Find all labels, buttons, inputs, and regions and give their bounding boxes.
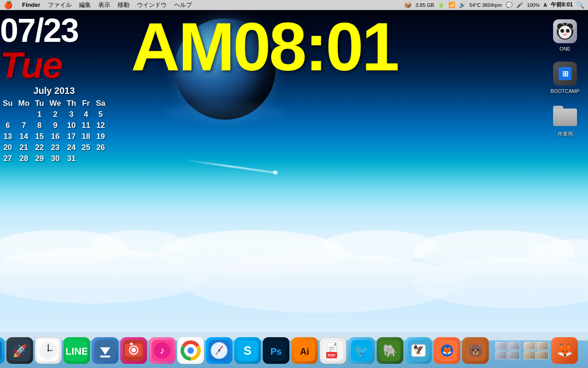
dock-rocket[interactable]: 🚀 bbox=[6, 337, 33, 364]
svg-text:🐻: 🐻 bbox=[468, 343, 483, 358]
month-year: July 2013 bbox=[0, 86, 108, 96]
wifi-icon: 📶 bbox=[448, 2, 455, 8]
cal-cell: 31 bbox=[64, 153, 79, 164]
dock-acrobat[interactable]: PDF bbox=[320, 337, 346, 364]
dock-bear[interactable]: 🐻 bbox=[462, 337, 489, 364]
rocket-trail bbox=[184, 159, 275, 173]
dock-firefox-2[interactable]: 🦊 bbox=[551, 337, 578, 364]
volume-icon: 🔊 bbox=[459, 2, 466, 8]
dock-downie[interactable] bbox=[92, 337, 119, 364]
dock-activity-monitor[interactable] bbox=[35, 337, 62, 364]
cal-cell: 28 bbox=[16, 153, 33, 164]
cal-cell: 25 bbox=[79, 142, 93, 153]
dock-finder[interactable] bbox=[0, 337, 5, 364]
search-icon[interactable]: 🔍 bbox=[577, 1, 584, 9]
cal-cell: 14 bbox=[16, 131, 33, 142]
cal-cell: 8 bbox=[32, 120, 47, 131]
menu-view[interactable]: 表示 bbox=[95, 1, 114, 9]
svg-rect-33 bbox=[130, 343, 133, 345]
cal-header-th: Th bbox=[64, 98, 79, 109]
cal-cell: 2 bbox=[47, 109, 64, 120]
cal-cell: 27 bbox=[0, 153, 16, 164]
svg-rect-11 bbox=[0, 340, 2, 361]
dock-safari[interactable] bbox=[206, 337, 232, 364]
dock-evernote[interactable]: 🐘 bbox=[377, 337, 403, 364]
cal-cell: 12 bbox=[93, 120, 108, 131]
cal-cell bbox=[79, 153, 93, 164]
svg-rect-28 bbox=[100, 356, 110, 357]
clock-calendar-widget: 07/23 Tue July 2013 Su Mo Tu We Th Fr Sa bbox=[0, 14, 108, 164]
dock-systemprefs[interactable] bbox=[494, 337, 521, 364]
desktop-icon-sakuyo[interactable]: 作業用 bbox=[547, 103, 583, 138]
cal-cell: 13 bbox=[0, 131, 16, 142]
battery-icon: 🔋 bbox=[438, 2, 445, 8]
svg-text:LINE: LINE bbox=[66, 345, 87, 357]
dock-firefox[interactable]: 🦊 bbox=[434, 337, 460, 364]
cal-cell: 1 bbox=[32, 109, 47, 120]
cal-cell: 16 bbox=[47, 131, 64, 142]
cal-cell: 9 bbox=[47, 120, 64, 131]
dropbox-icon: 📦 bbox=[404, 1, 412, 8]
clock-time: 午前8:01 bbox=[551, 1, 573, 9]
cal-cell: 30 bbox=[47, 153, 64, 164]
cloud-layer bbox=[0, 184, 588, 340]
cal-cell: 26 bbox=[93, 142, 108, 153]
svg-text:🐦: 🐦 bbox=[354, 343, 369, 358]
svg-text:⊞: ⊞ bbox=[562, 70, 568, 78]
cal-header-we: We bbox=[47, 98, 64, 109]
app-name[interactable]: Finder bbox=[18, 1, 44, 8]
menubar: 🍎 Finder ファイル 編集 表示 移動 ウインドウ ヘルプ 📦 3.85 … bbox=[0, 0, 588, 10]
date-display: 07/23 bbox=[0, 14, 78, 47]
dock-illustrator[interactable]: Ai bbox=[291, 337, 318, 364]
cal-cell bbox=[16, 109, 33, 120]
cal-cell: 7 bbox=[16, 120, 33, 131]
menu-edit[interactable]: 編集 bbox=[75, 1, 95, 9]
time-display: AM08:01 bbox=[131, 13, 398, 81]
svg-text:♪: ♪ bbox=[160, 345, 165, 356]
dock-itunes[interactable]: ♪ bbox=[149, 337, 175, 364]
cal-cell: 29 bbox=[32, 153, 47, 164]
cal-cell: 10 bbox=[64, 120, 79, 131]
mic-icon: 🎤 bbox=[516, 2, 523, 8]
cal-cell: 15 bbox=[32, 131, 47, 142]
cal-cell today: 23 bbox=[47, 142, 64, 153]
menu-go[interactable]: 移動 bbox=[114, 1, 133, 9]
cal-cell: 19 bbox=[93, 131, 108, 142]
menu-help[interactable]: ヘルプ bbox=[170, 1, 196, 9]
memory-status: 3.85 GB bbox=[415, 2, 434, 8]
cal-cell: 5 bbox=[93, 109, 108, 120]
dock-snap[interactable] bbox=[120, 337, 147, 364]
menubar-status-area: 📦 3.85 GB 🔋 📶 🔊 54°C 3604rpm 💬 🎤 100% A … bbox=[404, 1, 584, 9]
dock-trash[interactable] bbox=[583, 337, 588, 364]
dock-line[interactable]: LINE bbox=[63, 337, 90, 364]
icon-label-sakuyo: 作業用 bbox=[558, 131, 573, 138]
cal-cell bbox=[0, 109, 16, 120]
svg-text:🦅: 🦅 bbox=[413, 344, 424, 355]
temp-status: 54°C 3604rpm bbox=[469, 2, 502, 8]
calendar: Su Mo Tu We Th Fr Sa 1 2 3 4 5 bbox=[0, 98, 108, 164]
menu-window[interactable]: ウインドウ bbox=[133, 1, 170, 9]
dock-mail[interactable]: 🦅 bbox=[405, 337, 432, 364]
svg-text:PDF: PDF bbox=[328, 353, 335, 357]
line-icon: 💬 bbox=[506, 2, 513, 8]
apple-menu[interactable]: 🍎 bbox=[4, 0, 13, 9]
dock-photoshop[interactable]: Ps bbox=[263, 337, 289, 364]
dock-skype[interactable]: S bbox=[234, 337, 261, 364]
cal-cell: 18 bbox=[79, 131, 93, 142]
svg-point-46 bbox=[218, 350, 220, 351]
dock-tweetbot[interactable]: 🐦 bbox=[348, 337, 375, 364]
menu-file[interactable]: ファイル bbox=[44, 1, 75, 9]
cal-cell: 22 bbox=[32, 142, 47, 153]
dock-chrome[interactable] bbox=[177, 337, 204, 364]
desktop-icon-bootcamp[interactable]: ⊞ BOOTCAMP bbox=[547, 61, 583, 94]
svg-point-6 bbox=[563, 33, 567, 36]
svg-point-3 bbox=[559, 26, 571, 39]
svg-text:🚀: 🚀 bbox=[12, 344, 28, 358]
svg-text:Ps: Ps bbox=[271, 346, 282, 356]
desktop-icon-one[interactable]: ONE bbox=[547, 18, 583, 52]
svg-text:S: S bbox=[243, 344, 251, 357]
cal-cell: 24 bbox=[64, 142, 79, 153]
cal-header-mo: Mo bbox=[16, 98, 33, 109]
dock-windows-1[interactable] bbox=[523, 337, 549, 364]
svg-text:🦊: 🦊 bbox=[442, 345, 452, 356]
